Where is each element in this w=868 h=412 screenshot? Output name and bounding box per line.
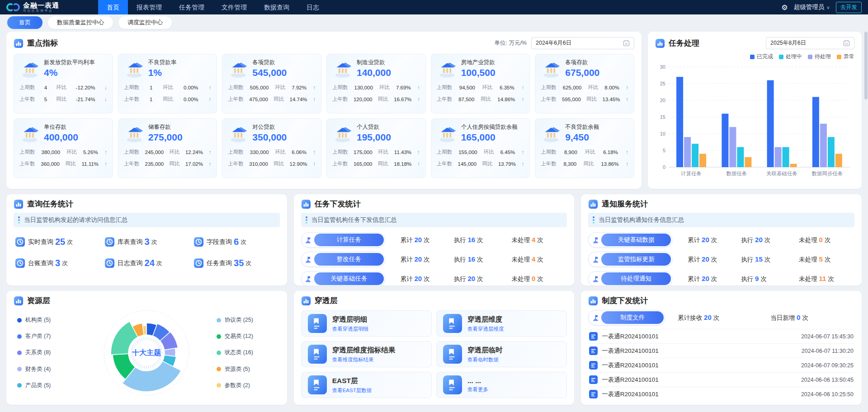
legend-item[interactable]: 异常 [837, 53, 854, 61]
metric-card: 个人贷款195,000上期数175,000环比11.43%↑上年数165,000… [326, 118, 426, 178]
donut-legend-item[interactable]: 协议类 (25) [217, 316, 280, 324]
user-menu[interactable]: 超级管理员 ∨ [794, 3, 830, 11]
regulation-file-row[interactable]: 一表通R20241001012024-06-06 13:50:45 [588, 372, 854, 387]
legend-item[interactable]: 处理中 [779, 53, 802, 61]
task-pill-button[interactable]: 整改任务 [301, 252, 385, 267]
stat-label: 同比 [56, 96, 66, 103]
metric-stat-row: 上年数8,300同比13.86%↑ [541, 160, 628, 167]
task-pill-button[interactable]: 关键基础任务 [301, 271, 385, 286]
penetration-card[interactable]: ... ...查看更多 [436, 372, 567, 398]
donut-legend-item[interactable]: 参数类 (2) [217, 382, 280, 389]
stat-label: 执行 [741, 276, 755, 282]
donut-legend-item[interactable]: 财务类 (4) [17, 365, 80, 373]
penetration-link[interactable]: 查看EAST层数据 [332, 387, 372, 394]
task-pill-button[interactable]: 关键基础数据 [588, 232, 672, 248]
arrow-up-icon: ↑ [313, 96, 316, 103]
stat-label: 同比 [274, 96, 284, 103]
regulation-file-row[interactable]: 一表通R20241001012024-06-07 09:30:25 [588, 358, 854, 372]
stat-label: 执行 [454, 237, 468, 243]
donut-legend-item[interactable]: 状态类 (16) [217, 349, 280, 356]
stat-value: 8,900 [564, 150, 577, 155]
legend-swatch-icon [750, 55, 755, 59]
panel-title: 制度下发统计 [602, 295, 648, 306]
task-pill-button[interactable]: 计算任务 [301, 232, 385, 248]
regulation-pill-button[interactable]: 制度文件 [588, 310, 665, 325]
donut-legend-item[interactable]: 交易类 (12) [217, 332, 280, 340]
scrollbar[interactable] [864, 32, 868, 409]
stat-value: 1 [150, 85, 152, 90]
bank-icon [124, 123, 145, 144]
penetration-card[interactable]: 穿透层维度查看穿透层维度 [436, 310, 567, 337]
query-icon [104, 236, 118, 248]
penetration-link[interactable]: 查看更多 [467, 386, 488, 393]
metric-stat-row: 上年数5同比-21.74%↓ [19, 96, 107, 103]
penetration-link[interactable]: 查看临时数据 [467, 356, 503, 363]
donut-legend-item[interactable]: 关系类 (8) [17, 349, 80, 356]
nav-item[interactable]: 日志 [298, 0, 328, 14]
nav-item[interactable]: 文件管理 [213, 0, 255, 14]
nav-item[interactable]: 数据查询 [255, 0, 298, 14]
metric-value: 1% [148, 67, 177, 78]
query-label: 实时查询 [28, 238, 53, 246]
stat-value: 13.45% [603, 97, 620, 102]
regulation-file-row[interactable]: 一表通R20241001012024-06-07 11:30:20 [588, 343, 854, 358]
stat-label: 环比 [378, 149, 388, 155]
nav-item[interactable]: 报表管理 [128, 0, 170, 14]
arrow-up-icon: ↑ [626, 161, 628, 167]
unit-label: 单位: 万元/% [494, 39, 527, 47]
penetration-link[interactable]: 查看穿透层明细 [332, 326, 369, 332]
metric-grid: 新发放贷款平均利率4%上期数4环比-12.20%↓上年数5同比-21.74%↓不… [14, 54, 634, 178]
dev-mode-button[interactable]: 去开发 [836, 2, 862, 13]
gear-icon[interactable]: ⚙ [781, 3, 788, 12]
arrow-up-icon: ↑ [521, 96, 524, 103]
panel-title: 通知服务统计 [602, 199, 648, 209]
regulation-file-row[interactable]: 一表通R20241001012024-06-07 15:45:30 [588, 329, 854, 343]
tab[interactable]: 数据质量监控中心 [48, 16, 113, 29]
penetration-link[interactable]: 查看穿透层维度 [467, 326, 504, 332]
nav-item[interactable]: 任务管理 [170, 0, 213, 14]
tab[interactable]: 首页 [7, 16, 42, 29]
stat-unit: 次 [422, 276, 429, 282]
stat-value: 20 [414, 236, 422, 243]
penetration-title: 穿透层维度 [467, 315, 504, 324]
stat-value: 0.00% [184, 97, 198, 102]
date-picker[interactable]: 2024年6月6日 31 [531, 37, 634, 49]
donut-legend-item[interactable]: 产品类 (5) [17, 382, 80, 389]
stat-label: 上年数 [541, 96, 557, 103]
metric-card: 新发放贷款平均利率4%上期数4环比-12.20%↓上年数5同比-21.74%↓ [14, 54, 113, 113]
document-icon [308, 314, 327, 333]
stat-label: 上期数 [124, 149, 140, 155]
stat: 执行 15 次 [741, 255, 799, 264]
legend-label: 财务类 (4) [25, 365, 51, 373]
scrollbar-thumb[interactable] [864, 32, 868, 99]
penetration-card[interactable]: 穿透层维度指标结果查看维度指标结果 [301, 341, 432, 367]
metric-name: 各项贷款 [252, 59, 287, 66]
metric-name: 个人住房按揭贷款余额 [461, 124, 518, 130]
legend-item[interactable]: 已完成 [750, 53, 773, 61]
penetration-grid: 穿透层明细查看穿透层明细穿透层维度查看穿透层维度穿透层维度指标结果查看维度指标结… [301, 310, 567, 398]
date-picker[interactable]: 2025年8月6日 31 [766, 37, 854, 49]
stat: 未处理 5 次 [799, 255, 830, 264]
stat-label: 环比 [379, 84, 390, 91]
regulation-file-row[interactable]: 一表通R20241001012024-06-06 10:25:50 [588, 387, 854, 401]
stat-value: -21.74% [76, 97, 95, 102]
penetration-link[interactable]: 查看维度指标结果 [332, 356, 396, 363]
penetration-card[interactable]: EAST层查看EAST层数据 [301, 372, 432, 398]
stat-label: 执行 [454, 256, 468, 263]
nav-item[interactable]: 首页 [98, 0, 128, 14]
file-icon [589, 346, 598, 355]
task-bar-chart: 051015202530计算任务数据任务关联基础任务数据同步任务 [655, 63, 854, 179]
svg-text:数据任务: 数据任务 [726, 171, 747, 176]
panel-chart-icon [14, 38, 24, 48]
stat-label: 上年数 [124, 96, 140, 103]
tab[interactable]: 调度监控中心 [118, 16, 172, 29]
donut-legend-item[interactable]: 机构类 (5) [17, 316, 80, 324]
penetration-card[interactable]: 穿透层临时查看临时数据 [436, 341, 567, 367]
task-pill-button[interactable]: 监管指标更新 [588, 252, 672, 267]
panel-title: 任务处理 [669, 38, 699, 48]
task-pill-button[interactable]: 待处理通知 [588, 271, 672, 286]
donut-legend-item[interactable]: 客户类 (7) [17, 332, 80, 340]
donut-legend-item[interactable]: 资源类 (5) [217, 365, 280, 373]
penetration-card[interactable]: 穿透层明细查看穿透层明细 [301, 310, 432, 337]
legend-item[interactable]: 待处理 [808, 53, 831, 61]
